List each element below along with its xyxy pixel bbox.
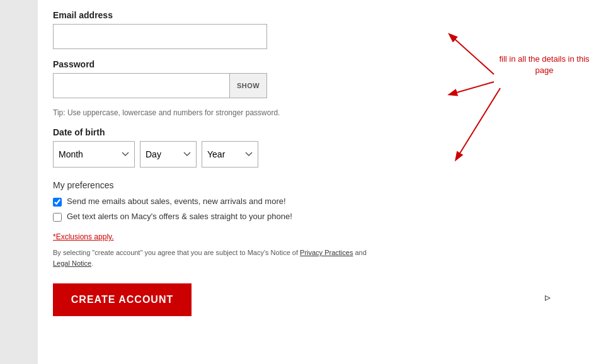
email-field-group: Email address [53,10,586,49]
password-input[interactable] [53,73,229,98]
dob-selects: Month JanuaryFebruaryMarchAprilMayJuneJu… [53,141,586,168]
dob-section: Date of birth Month JanuaryFebruaryMarch… [53,127,586,168]
text-preference-checkbox[interactable] [53,213,62,222]
main-content: Email address Password SHOW Tip: Use upp… [38,0,601,364]
text-preference-item[interactable]: Get text alerts on Macy's offers & sales… [53,212,586,222]
privacy-practices-link[interactable]: Privacy Practices [300,249,353,256]
dob-label: Date of birth [53,127,586,137]
cursor-icon: ▹ [545,290,551,304]
password-wrapper: SHOW [53,73,267,98]
create-account-button[interactable]: CREATE ACCOUNT [53,283,192,316]
email-input[interactable] [53,24,267,49]
exclusions-link[interactable]: *Exclusions apply. [53,232,114,241]
email-preference-item[interactable]: Send me emails about sales, events, new … [53,196,586,207]
preferences-title: My preferences [53,180,586,190]
legal-notice-link[interactable]: Legal Notice [53,259,91,267]
dob-day-select[interactable]: Day 123456789101112131415161718192021222… [140,141,197,168]
show-password-button[interactable]: SHOW [229,73,267,98]
email-label: Email address [53,10,586,20]
preferences-section: My preferences Send me emails about sale… [53,180,586,222]
password-label: Password [53,59,586,69]
legal-prefix: By selecting "create account" you agree … [53,249,300,256]
dob-month-select[interactable]: Month JanuaryFebruaryMarchAprilMayJuneJu… [53,141,135,168]
email-preference-label: Send me emails about sales, events, new … [67,196,286,206]
email-preference-checkbox[interactable] [53,198,62,207]
password-tip: Tip: Use uppercase, lowercase and number… [53,108,586,117]
sidebar [0,0,38,364]
password-field-group: Password SHOW [53,59,586,98]
legal-text: By selecting "create account" you agree … [53,247,368,268]
text-preference-label: Get text alerts on Macy's offers & sales… [67,212,292,221]
page-wrapper: Email address Password SHOW Tip: Use upp… [0,0,601,364]
dob-year-select[interactable]: Year 20052004200320022001200019991998199… [202,141,258,168]
legal-and: and [353,249,366,256]
legal-suffix: . [91,259,93,267]
